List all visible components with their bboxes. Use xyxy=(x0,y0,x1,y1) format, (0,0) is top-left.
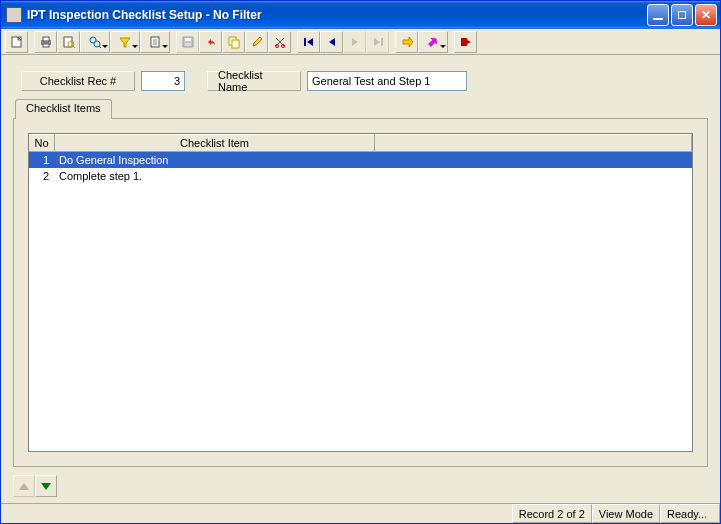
edit-icon xyxy=(250,35,264,49)
last-record-button[interactable] xyxy=(366,31,389,53)
chevron-down-icon xyxy=(162,45,168,48)
titlebar: IPT Inspection Checklist Setup - No Filt… xyxy=(1,1,720,29)
name-label[interactable]: Checklist Name xyxy=(207,71,301,91)
cell-no: 2 xyxy=(29,170,55,182)
app-icon xyxy=(6,7,22,23)
tab-checklist-items[interactable]: Checklist Items xyxy=(15,99,112,119)
grid-header: No Checklist Item xyxy=(29,134,692,152)
svg-rect-23 xyxy=(304,38,306,46)
status-ready: Ready... xyxy=(660,504,720,523)
new-button[interactable] xyxy=(5,31,28,53)
col-header-blank[interactable] xyxy=(375,134,692,152)
form-area: Checklist Rec # Checklist Name Checklist… xyxy=(1,55,720,503)
window-buttons: ✕ xyxy=(647,4,717,26)
filter-button[interactable] xyxy=(110,31,140,53)
rec-label[interactable]: Checklist Rec # xyxy=(21,71,135,91)
col-header-no[interactable]: No xyxy=(29,134,55,152)
arrow-down-icon xyxy=(41,483,51,490)
row-up-button[interactable] xyxy=(13,475,35,497)
cell-no: 1 xyxy=(29,154,55,166)
cut-button[interactable] xyxy=(268,31,291,53)
arrow-up-icon xyxy=(19,483,29,490)
undo-icon xyxy=(204,35,218,49)
cell-item: Do General Inspection xyxy=(55,154,375,166)
next-icon xyxy=(348,35,362,49)
doc-icon xyxy=(148,35,162,49)
copy-button[interactable] xyxy=(222,31,245,53)
svg-line-9 xyxy=(99,46,101,48)
undo-button[interactable] xyxy=(199,31,222,53)
print-preview-button[interactable] xyxy=(57,31,80,53)
prev-icon xyxy=(325,35,339,49)
chevron-down-icon xyxy=(102,45,108,48)
prev-record-button[interactable] xyxy=(320,31,343,53)
save-icon xyxy=(181,35,195,49)
svg-rect-16 xyxy=(185,43,191,46)
maximize-button[interactable] xyxy=(671,4,693,26)
save-button[interactable] xyxy=(176,31,199,53)
print-button[interactable] xyxy=(34,31,57,53)
help-button[interactable] xyxy=(418,31,448,53)
last-icon xyxy=(371,35,385,49)
status-mode: View Mode xyxy=(592,504,660,523)
close-button[interactable]: ✕ xyxy=(695,4,717,26)
col-header-item[interactable]: Checklist Item xyxy=(55,134,375,152)
svg-rect-25 xyxy=(461,38,467,46)
checklist-grid[interactable]: No Checklist Item 1 Do General Inspectio… xyxy=(28,133,693,452)
svg-rect-3 xyxy=(43,44,49,47)
next-record-button[interactable] xyxy=(343,31,366,53)
app-window: IPT Inspection Checklist Setup - No Filt… xyxy=(0,0,721,524)
cut-icon xyxy=(273,35,287,49)
svg-line-6 xyxy=(73,46,75,48)
row-down-button[interactable] xyxy=(35,475,57,497)
tab-panel: No Checklist Item 1 Do General Inspectio… xyxy=(13,118,708,467)
svg-rect-15 xyxy=(185,38,191,41)
first-icon xyxy=(302,35,316,49)
cell-item: Complete step 1. xyxy=(55,170,375,182)
row-nav xyxy=(13,475,708,497)
new-icon xyxy=(10,35,24,49)
exit-button[interactable] xyxy=(454,31,477,53)
edit-button[interactable] xyxy=(245,31,268,53)
exit-icon xyxy=(459,35,473,49)
go-button[interactable] xyxy=(395,31,418,53)
find-button[interactable] xyxy=(80,31,110,53)
minimize-button[interactable] xyxy=(647,4,669,26)
report-button[interactable] xyxy=(140,31,170,53)
copy-icon xyxy=(227,35,241,49)
go-icon xyxy=(400,35,414,49)
rec-number-field[interactable] xyxy=(141,71,185,91)
filter-icon xyxy=(118,35,132,49)
tabstrip: Checklist Items xyxy=(15,99,708,119)
first-record-button[interactable] xyxy=(297,31,320,53)
toolbar xyxy=(1,29,720,55)
status-record: Record 2 of 2 xyxy=(512,504,592,523)
chevron-down-icon xyxy=(440,45,446,48)
table-row[interactable]: 1 Do General Inspection xyxy=(29,152,692,168)
preview-icon xyxy=(62,35,76,49)
grid-body[interactable]: 1 Do General Inspection 2 Complete step … xyxy=(29,152,692,451)
svg-rect-2 xyxy=(43,37,49,41)
find-icon xyxy=(88,35,102,49)
name-field[interactable] xyxy=(307,71,467,91)
svg-rect-18 xyxy=(232,40,239,48)
svg-rect-24 xyxy=(381,38,383,46)
help-icon xyxy=(426,35,440,49)
header-fields: Checklist Rec # Checklist Name xyxy=(21,71,708,91)
print-icon xyxy=(39,35,53,49)
chevron-down-icon xyxy=(132,45,138,48)
window-title: IPT Inspection Checklist Setup - No Filt… xyxy=(27,8,647,22)
table-row[interactable]: 2 Complete step 1. xyxy=(29,168,692,184)
svg-point-21 xyxy=(275,44,278,47)
statusbar: Record 2 of 2 View Mode Ready... xyxy=(1,503,720,523)
svg-point-22 xyxy=(281,44,284,47)
